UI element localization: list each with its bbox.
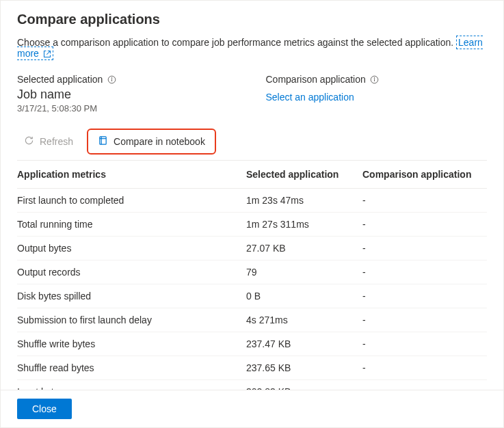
col-metrics: Application metrics	[17, 169, 246, 180]
comparison-label-text: Comparison application	[266, 74, 366, 85]
toolbar: Refresh Compare in notebook	[17, 129, 487, 161]
selected-application-label: Selected application	[17, 74, 239, 85]
info-icon[interactable]	[370, 75, 380, 84]
close-button[interactable]: Close	[17, 399, 72, 419]
metric-comparison: -	[362, 195, 487, 206]
metrics-table: Application metrics Selected application…	[17, 161, 487, 404]
metric-selected: 0 B	[246, 291, 362, 302]
table-row: First launch to completed1m 23s 47ms-	[17, 189, 487, 213]
selected-application-section: Selected application Job name 3/17/21, 5…	[17, 74, 239, 123]
metric-comparison: -	[362, 291, 487, 302]
job-name: Job name	[17, 88, 239, 102]
compare-in-notebook-button[interactable]: Compare in notebook	[87, 129, 216, 155]
metric-name: Output records	[17, 267, 246, 278]
refresh-label: Refresh	[40, 136, 73, 147]
table-row: Submission to first launch delay4s 271ms…	[17, 308, 487, 332]
table-row: Output bytes27.07 KB-	[17, 237, 487, 260]
description-text: Choose a comparison application to compa…	[17, 37, 453, 48]
svg-point-5	[374, 77, 375, 78]
table-row: Shuffle write bytes237.47 KB-	[17, 332, 487, 356]
table-row: Output records79-	[17, 260, 487, 284]
metric-name: Disk bytes spilled	[17, 291, 246, 302]
svg-point-2	[111, 77, 112, 78]
table-body: First launch to completed1m 23s 47ms-Tot…	[17, 189, 487, 404]
job-timestamp: 3/17/21, 5:08:30 PM	[17, 103, 239, 113]
compare-notebook-label: Compare in notebook	[114, 136, 205, 147]
metric-selected: 1m 23s 47ms	[246, 195, 362, 206]
metric-name: First launch to completed	[17, 195, 246, 206]
metric-name: Shuffle read bytes	[17, 362, 246, 373]
comparison-application-section: Comparison application Select an applica…	[266, 74, 488, 123]
page-description: Choose a comparison application to compa…	[17, 37, 487, 60]
table-row: Disk bytes spilled0 B-	[17, 284, 487, 308]
external-link-icon	[43, 49, 51, 60]
metric-comparison: -	[362, 315, 487, 325]
metric-name: Shuffle write bytes	[17, 338, 246, 349]
col-selected: Selected application	[246, 169, 362, 180]
metric-comparison: -	[362, 219, 487, 230]
notebook-icon	[98, 135, 108, 148]
table-header: Application metrics Selected application…	[17, 161, 487, 189]
select-application-link[interactable]: Select an application	[266, 92, 354, 103]
metric-selected: 237.65 KB	[246, 362, 362, 373]
page-title: Compare applications	[17, 12, 487, 27]
col-comparison: Comparison application	[362, 169, 487, 180]
metric-selected: 4s 271ms	[246, 315, 362, 325]
footer: Close	[1, 390, 503, 427]
metric-comparison: -	[362, 267, 487, 278]
metric-name: Output bytes	[17, 243, 246, 254]
table-row: Shuffle read bytes237.65 KB-	[17, 356, 487, 380]
comparison-application-label: Comparison application	[266, 74, 488, 85]
info-icon[interactable]	[107, 75, 116, 84]
metric-comparison: -	[362, 362, 487, 373]
refresh-icon	[24, 135, 34, 148]
metric-comparison: -	[362, 338, 487, 349]
metric-selected: 1m 27s 311ms	[246, 219, 362, 230]
metric-selected: 237.47 KB	[246, 338, 362, 349]
metric-comparison: -	[362, 243, 487, 254]
table-row: Total running time1m 27s 311ms-	[17, 213, 487, 237]
svg-rect-6	[100, 137, 106, 144]
metric-selected: 27.07 KB	[246, 243, 362, 254]
metric-name: Total running time	[17, 219, 246, 230]
metric-name: Submission to first launch delay	[17, 315, 246, 325]
selected-label-text: Selected application	[17, 74, 103, 85]
refresh-button: Refresh	[17, 131, 80, 152]
metric-selected: 79	[246, 267, 362, 278]
